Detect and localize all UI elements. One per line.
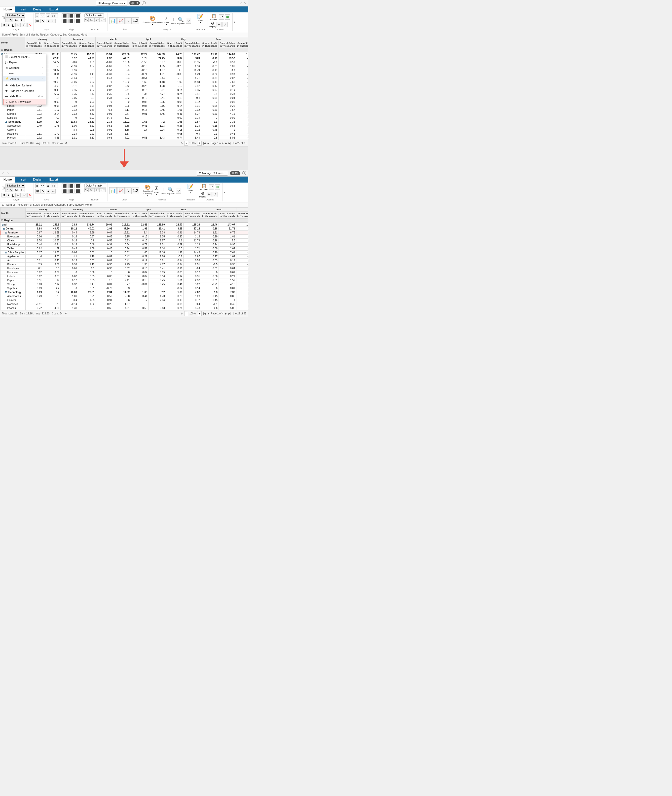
context-item-expand[interactable]: ▷ Expand › xyxy=(3,59,46,65)
toggle-off-button-2[interactable]: Off xyxy=(230,171,240,175)
line-chart-btn-2[interactable]: 📈 xyxy=(117,187,125,194)
dollar-btn-2[interactable]: $€ xyxy=(89,188,94,192)
export-btn[interactable]: ↗ xyxy=(222,22,228,27)
templates-btn-2[interactable]: 📋 Templates xyxy=(199,184,208,191)
inc-dec-btn-2[interactable]: .0⁺ xyxy=(94,188,99,192)
context-item-insert[interactable]: + Insert › xyxy=(3,70,46,76)
align-center-btn[interactable]: ⬛ xyxy=(68,13,75,18)
undo-btn[interactable]: ↩ xyxy=(219,14,224,19)
prev-page-btn-2[interactable]: ◀ xyxy=(207,312,210,315)
line-chart-btn[interactable]: 📈 xyxy=(117,18,125,24)
excel-btn-2[interactable]: ⊞ xyxy=(215,184,220,189)
border-btn[interactable]: ⊞ xyxy=(35,19,40,23)
tab2-design[interactable]: Design xyxy=(30,176,46,183)
prev-page-btn[interactable]: ◀ xyxy=(207,142,210,144)
font-increase-btn[interactable]: A↑ xyxy=(14,18,19,22)
align-spacing-btn[interactable]: ab xyxy=(40,13,45,18)
align-h-btn-2[interactable]: ≡ xyxy=(35,184,39,188)
tab-export[interactable]: Export xyxy=(46,6,62,13)
dec-dec-btn-2[interactable]: .0⁻ xyxy=(100,188,105,192)
bar-chart-btn-2[interactable]: 📊 xyxy=(109,187,117,194)
outdent-btn[interactable]: ⇤ xyxy=(51,19,56,23)
valign-mid-btn[interactable]: ⬛ xyxy=(68,19,75,23)
bar-chart-btn[interactable]: 📊 xyxy=(109,18,117,24)
display-btn-2[interactable]: ⚙ Display xyxy=(199,191,206,198)
font-decrease-btn[interactable]: A↓ xyxy=(19,18,25,22)
first-page-btn[interactable]: |◀ xyxy=(203,142,206,144)
excel-btn[interactable]: ⊞ xyxy=(225,14,230,19)
font-size-select-2[interactable]: 12 xyxy=(5,188,13,192)
expand-icon[interactable]: ⊟ xyxy=(5,120,7,123)
expand-icon[interactable]: ⊟ xyxy=(2,223,3,226)
cond-format-btn-2[interactable]: 🎨 ConditionalFormatting ▾ xyxy=(142,184,152,197)
context-item-skip-show[interactable]: ⤵ Skip & Show Row xyxy=(3,99,46,104)
indent-btn-2[interactable]: ⇥ xyxy=(46,189,50,194)
zoom-in-btn-2[interactable]: + xyxy=(197,311,202,316)
top-n-btn[interactable]: ⊤ Top n xyxy=(171,17,176,25)
context-item-collapse[interactable]: ◁ Collapse › xyxy=(3,65,46,70)
bold-btn-2[interactable]: B xyxy=(2,193,6,197)
font-size-select[interactable]: 12 xyxy=(5,18,13,22)
wrap-btn-2[interactable]: ⇕ xyxy=(46,184,50,188)
dollar-btn[interactable]: $€ xyxy=(89,18,94,22)
context-item-hide-row[interactable]: — Hide Row Alt+G xyxy=(3,94,46,99)
zoom-out-btn-2[interactable]: - xyxy=(184,311,188,316)
align-left-btn[interactable]: ⬛ xyxy=(62,13,68,18)
settings-icon-2[interactable]: ⚙ xyxy=(181,312,183,315)
align-h-btn[interactable]: ≡ xyxy=(35,13,39,18)
highlight-btn[interactable]: 🖍 xyxy=(21,22,27,27)
notes-btn[interactable]: 📝 Notes ▾ xyxy=(194,13,206,28)
ribbon-collapse-btn[interactable]: ▾ xyxy=(233,13,236,31)
ribbon-collapse-btn-2[interactable]: ▾ xyxy=(223,183,226,202)
refresh-icon[interactable]: ↺ xyxy=(65,142,67,144)
bold-btn[interactable]: B xyxy=(2,22,6,27)
next-page-btn-2[interactable]: ▶ xyxy=(225,312,227,315)
more-chart-btn-2[interactable]: 1.2 xyxy=(131,187,139,194)
wrap-btn[interactable]: ⇕ xyxy=(46,13,50,18)
quick-format-dropdown[interactable]: Quick Format ▾ xyxy=(85,13,104,18)
notes-btn-2[interactable]: 📝 Notes ▾ xyxy=(184,184,196,198)
outdent-btn-2[interactable]: ⇤ xyxy=(51,189,56,194)
val-mid-btn-2[interactable]: ⬛ xyxy=(68,189,75,194)
font-family-select[interactable]: Inforiver Sans xyxy=(5,13,25,18)
percent-btn[interactable]: % xyxy=(85,18,89,22)
underline-btn[interactable]: U xyxy=(11,22,16,27)
tab-design[interactable]: Design xyxy=(30,6,46,13)
explorer-btn-2[interactable]: 🔍 Explorer xyxy=(167,186,174,195)
al-left-btn-2[interactable]: ⬛ xyxy=(62,184,68,188)
quick-format-dropdown-2[interactable]: Quick Format ▾ xyxy=(85,184,106,188)
row-height-btn-2[interactable]: ↕18 xyxy=(51,184,58,188)
last-page-btn-2[interactable]: ▶| xyxy=(229,312,231,315)
style-btn2[interactable]: ∿ xyxy=(40,19,45,23)
info-button-2[interactable]: ℹ xyxy=(242,171,246,175)
toggle-off-button[interactable]: Off xyxy=(130,1,140,5)
templates-btn[interactable]: 📋 Templates xyxy=(210,13,218,20)
spacing-btn-2[interactable]: ab xyxy=(40,184,45,188)
refresh-icon-2[interactable]: ↺ xyxy=(65,312,67,315)
highlight-btn-2[interactable]: 🖍 xyxy=(21,193,27,197)
info-button[interactable]: ℹ xyxy=(142,1,146,5)
strikethrough-btn[interactable]: S̶ xyxy=(16,22,21,27)
manage-columns-button-2[interactable]: ⊞ Manage Columns ▾ xyxy=(197,171,228,176)
align-right-btn[interactable]: ⬛ xyxy=(75,13,81,18)
indent-btn[interactable]: ⇥ xyxy=(46,19,50,23)
export-btn-2[interactable]: ↗ xyxy=(213,192,218,197)
val-bot-btn-2[interactable]: ⬛ xyxy=(75,189,81,194)
italic-btn[interactable]: I xyxy=(7,22,10,27)
style2-btn[interactable]: ∿ xyxy=(40,189,45,194)
totals-btn[interactable]: Σ Totals ▾ xyxy=(164,16,170,26)
font-color-btn[interactable]: A xyxy=(27,22,32,27)
topn-btn-2[interactable]: ⊤ Top n xyxy=(161,186,166,195)
strikethrough-btn-2[interactable]: S̶ xyxy=(16,193,21,197)
settings-icon[interactable]: ⚙ xyxy=(181,142,183,144)
redo-btn-2[interactable]: ↪ xyxy=(206,192,212,197)
val-top-btn-2[interactable]: ⬛ xyxy=(62,189,68,194)
more-chart-btn[interactable]: 1.2 xyxy=(131,18,139,24)
filter-btn[interactable]: ▽ xyxy=(186,18,191,24)
zoom-out-btn[interactable]: - xyxy=(184,141,188,146)
context-item-hide-icon[interactable]: 👁 Hide Icon for level xyxy=(3,83,46,88)
tab-home[interactable]: Home xyxy=(0,6,15,13)
border-btn-2[interactable]: ⊞ xyxy=(35,189,40,194)
context-item-actions[interactable]: ⚡ Actions › xyxy=(3,76,46,82)
font-decrease-btn-2[interactable]: A↓ xyxy=(19,188,25,192)
